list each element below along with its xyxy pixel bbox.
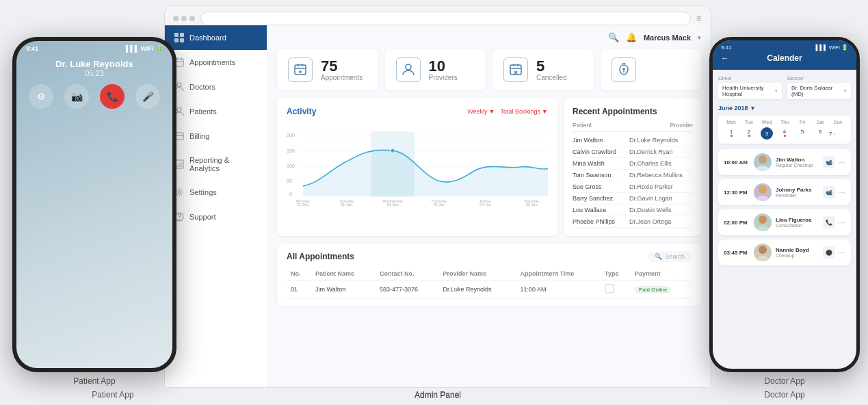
patient-signal: ▌▌▌ WiFi 🔋 xyxy=(126,45,163,52)
doctor-phone: 9:41 ▌▌▌ WiFi 🔋 ← Calender Clinic xyxy=(709,37,860,386)
browser-url-bar[interactable] xyxy=(200,12,691,25)
avatar-1-svg xyxy=(754,153,772,171)
doctor-value[interactable]: Dr. Doris Salazar (MD) ▾ xyxy=(787,83,851,99)
sidebar-item-dashboard[interactable]: Dashboard xyxy=(165,25,267,50)
recent-row-4: Sue Gross Dr.Roxie Parker xyxy=(573,181,693,193)
cal-day-4[interactable]: 4 xyxy=(776,127,793,140)
dphone-screen-title: Calender xyxy=(767,53,802,63)
plus-calendar-icon xyxy=(293,63,307,77)
patient-call-time: 05:23 xyxy=(16,69,172,77)
slot-4-more-btn[interactable]: ··· xyxy=(838,249,845,257)
svg-point-34 xyxy=(406,64,411,70)
appointments-label: Appointments xyxy=(321,74,363,81)
recent-provider-7: Dr.Jean Ortega xyxy=(629,218,693,225)
dphone-time: 9:41 xyxy=(721,44,732,51)
end-call-btn[interactable]: 📞 xyxy=(100,84,124,109)
slot-2-actions: 📹 ··· xyxy=(823,186,845,198)
sidebar-label-patients: Patients xyxy=(189,107,217,116)
bell-icon[interactable]: 🔔 xyxy=(626,32,637,42)
revenue-stat-icon xyxy=(611,57,636,82)
camera-btn[interactable]: 📷 xyxy=(64,84,89,109)
sidebar-label-appointments: Appointments xyxy=(189,58,235,66)
svg-point-73 xyxy=(756,226,770,231)
browser-wrap: ≡ Dashboard Appointments Doctors xyxy=(164,5,711,400)
cal-week-row: 1 2 3 4 xyxy=(722,127,847,140)
slot-3-more-btn[interactable]: ··· xyxy=(838,219,845,226)
row-time: 11:00 AM xyxy=(516,280,601,299)
weekly-label: Weekly xyxy=(467,108,487,115)
dphone-clinic-row: Clinic Health University Hospital ▾ Doct… xyxy=(718,75,851,99)
cal-day-6[interactable]: 6 xyxy=(811,127,829,140)
appointment-slots: 10:00 AM Jim Walton Regular Checkup 📹 ··… xyxy=(718,149,851,265)
slot-3-phone-btn[interactable]: 📞 xyxy=(823,216,835,228)
stat-card-providers: 10 Providers xyxy=(385,49,486,90)
sidebar-item-doctors[interactable]: Doctors xyxy=(165,75,267,99)
dphone-back-btn[interactable]: ← xyxy=(721,53,729,63)
slot-1-avatar xyxy=(754,153,772,171)
browser-menu-icon[interactable]: ≡ xyxy=(696,14,702,23)
slot-1-time: 10:00 AM xyxy=(724,159,750,166)
doctor-label: Doctor xyxy=(787,75,851,81)
sidebar-item-appointments[interactable]: Appointments xyxy=(165,50,267,75)
stat-card-revenue xyxy=(601,49,702,90)
svg-point-69 xyxy=(756,166,770,171)
patient-app-label: Patient App xyxy=(12,376,176,386)
svg-point-75 xyxy=(756,256,770,261)
slot-4-dot-btn[interactable]: ⚫ xyxy=(823,246,835,259)
recent-rows: Jim Walton Dr.Luke Reynolds Calvin Crawf… xyxy=(573,135,693,228)
month-caret[interactable]: ▾ xyxy=(751,105,754,112)
row-type xyxy=(601,280,631,299)
search-icon[interactable]: 🔍 xyxy=(608,32,619,42)
svg-text:100: 100 xyxy=(287,164,295,169)
search-box[interactable]: 🔍 Search xyxy=(648,251,692,262)
slot-3-time: 02:00 PM xyxy=(724,220,750,226)
all-appointments-title: All Appointments xyxy=(287,252,354,261)
dphone-status: 9:41 ▌▌▌ WiFi 🔋 xyxy=(721,44,848,51)
appt-slot-1: 10:00 AM Jim Walton Regular Checkup 📹 ··… xyxy=(718,149,851,175)
patient-phone-frame: 9:41 ▌▌▌ WiFi 🔋 Dr. Luke Reynolds 05:23 xyxy=(12,37,176,372)
svg-point-71 xyxy=(756,196,770,201)
col-type: Type xyxy=(601,267,631,280)
svg-rect-67 xyxy=(605,285,614,293)
dphone-header: 9:41 ▌▌▌ WiFi 🔋 ← Calender xyxy=(713,40,856,70)
cal-day-3-today[interactable]: 3 xyxy=(761,127,773,140)
sidebar-item-support[interactable]: Support xyxy=(165,205,267,229)
dot-2 xyxy=(181,16,187,21)
video-btn[interactable]: ⚙ xyxy=(29,84,53,109)
slot-2-video-btn[interactable]: 📹 xyxy=(823,186,835,198)
clinic-label: Clinic xyxy=(718,75,782,81)
search-icon-small: 🔍 xyxy=(655,253,662,260)
recent-provider-6: Dr.Dustin Wells xyxy=(629,207,693,213)
doctor-phone-frame: 9:41 ▌▌▌ WiFi 🔋 ← Calender Clinic xyxy=(709,37,860,372)
row-no: 01 xyxy=(287,280,311,299)
appt-slot-2: 12:30 PM Johnny Parks Reminder 📹 ··· xyxy=(718,179,851,205)
cal-day-2[interactable]: 2 xyxy=(740,127,758,140)
svg-point-17 xyxy=(177,83,181,87)
bookings-caret: ▼ xyxy=(542,108,548,115)
recent-patient-1: Calvin Crawford xyxy=(573,148,629,155)
weekly-filter[interactable]: Weekly ▼ xyxy=(467,108,495,115)
slot-1-more-btn[interactable]: ··· xyxy=(838,159,845,166)
activity-title: Activity xyxy=(287,107,316,116)
row-provider: Dr.Luke Reynolds xyxy=(439,280,516,299)
sidebar-item-reporting[interactable]: Reporting & Analytics xyxy=(165,148,267,180)
cal-day-1[interactable]: 1 xyxy=(722,127,740,140)
sidebar-item-patients[interactable]: Patients xyxy=(165,99,267,124)
slot-1-video-btn[interactable]: 📹 xyxy=(823,156,835,168)
user-caret[interactable]: ▾ xyxy=(698,34,701,41)
sidebar-item-settings[interactable]: Settings xyxy=(165,180,267,205)
clinic-value[interactable]: Health University Hospital ▾ xyxy=(718,83,782,99)
dot-3 xyxy=(189,16,195,21)
cal-day-7[interactable]: 7 › xyxy=(829,127,847,140)
recent-appointments-card: Recent Appointments Patient Provider Jim… xyxy=(564,99,701,236)
slot-2-more-btn[interactable]: ··· xyxy=(838,189,845,196)
patient-time: 9:41 xyxy=(26,45,38,52)
svg-rect-10 xyxy=(180,33,184,37)
activity-filters: Weekly ▼ Total Bookings ▼ xyxy=(467,108,548,115)
col-provider: Provider Name xyxy=(439,267,516,280)
avatar-3-svg xyxy=(754,213,772,231)
stethoscope-btn[interactable]: 🎤 xyxy=(135,84,160,109)
sidebar-item-billing[interactable]: Billing xyxy=(165,124,267,148)
cal-day-5[interactable]: 5 xyxy=(793,127,811,140)
bookings-filter[interactable]: Total Bookings ▼ xyxy=(501,108,548,115)
